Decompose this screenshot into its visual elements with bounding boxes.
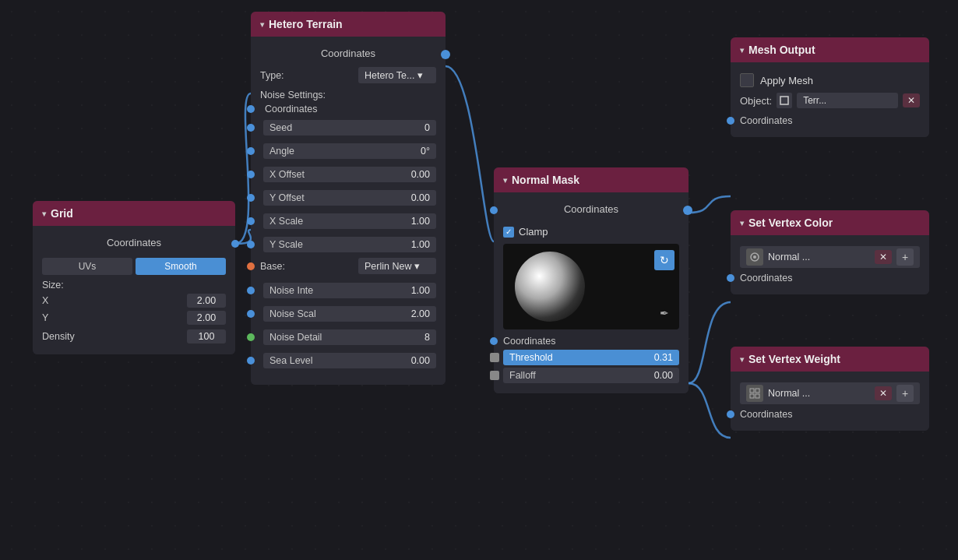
hetero-yoffset-label: Y Offset (269, 192, 305, 203)
hetero-sea-level-row: Sea Level 0.00 (260, 350, 436, 371)
hetero-base-label: Base: (260, 261, 352, 272)
grid-y-row: Y 2.00 (42, 311, 226, 325)
grid-size-label: Size: (42, 280, 226, 291)
set-vertex-color-coords-label: Coordinates (740, 273, 920, 284)
hetero-yscale-label: Y Scale (269, 239, 303, 250)
hetero-seed-label: Seed (269, 122, 292, 133)
clamp-label: Clamp (519, 226, 548, 238)
object-icon (777, 93, 792, 108)
hetero-noise-scal-label: Noise Scal (269, 308, 316, 319)
hetero-xscale-value[interactable]: 1.00 (411, 216, 430, 227)
normal-mask-header: ▾ Normal Mask (494, 167, 689, 192)
mesh-output-title: Mesh Output (748, 44, 815, 56)
apply-mesh-checkbox[interactable] (740, 73, 754, 87)
grid-density-row: Density 100 (42, 329, 226, 343)
normal-mask-clamp-row: ✓ Clamp (503, 226, 679, 238)
hetero-type-value: Hetero Te... (365, 70, 414, 81)
hetero-noise-scal-value[interactable]: 2.00 (411, 308, 430, 319)
hetero-type-row: Type: Hetero Te... ▾ (260, 67, 436, 83)
grid-node: ▾ Grid Coordinates UVs Smooth Size: X 2.… (33, 201, 235, 354)
hetero-seed-value[interactable]: 0 (424, 122, 430, 133)
normal-mask-title: Normal Mask (512, 174, 579, 186)
uvs-button[interactable]: UVs (42, 258, 132, 275)
object-name[interactable]: Terr... (797, 93, 898, 108)
svg-rect-3 (750, 389, 754, 393)
grid-mode-buttons: UVs Smooth (42, 258, 226, 275)
hetero-noise-inte-label: Noise Inte (269, 285, 313, 296)
hetero-yoffset-dot (247, 194, 255, 202)
smooth-button[interactable]: Smooth (136, 258, 226, 275)
grid-y-label: Y (42, 312, 187, 323)
svg-rect-4 (755, 389, 759, 393)
grid-chevron[interactable]: ▾ (42, 210, 46, 218)
vertex-weight-add-button[interactable]: + (896, 385, 914, 402)
clamp-checkbox[interactable]: ✓ (503, 227, 514, 238)
hetero-noise-scal-row: Noise Scal 2.00 (260, 304, 436, 324)
grid-node-header: ▾ Grid (33, 201, 235, 226)
mesh-output-coords-row: Coordinates (740, 115, 920, 126)
mesh-output-chevron[interactable]: ▾ (740, 46, 744, 55)
hetero-type-chevron: ▾ (417, 69, 423, 81)
apply-mesh-label: Apply Mesh (760, 75, 813, 86)
sphere-preview-container: ↻ ✒ (503, 244, 679, 329)
hetero-noise-inte-row: Noise Inte 1.00 (260, 280, 436, 301)
hetero-noise-inte-dot (247, 287, 255, 294)
set-vertex-weight-title: Set Vertex Weight (748, 353, 840, 365)
normal-mask-coords2-label: Coordinates (503, 336, 679, 347)
preview-eyedropper-icon[interactable]: ✒ (654, 303, 674, 323)
threshold-label: Threshold (509, 352, 553, 363)
hetero-coords-header: Coordinates (260, 44, 436, 64)
hetero-noise-detail-label: Noise Detail (269, 332, 322, 343)
hetero-angle-dot (247, 147, 255, 155)
normal-mask-threshold-container: Threshold 0.31 (503, 350, 679, 365)
hetero-xoffset-row: X Offset 0.00 (260, 164, 436, 185)
vertex-color-remove-button[interactable]: ✕ (875, 250, 892, 264)
grid-coords-header: Coordinates (42, 234, 226, 253)
grid-y-value[interactable]: 2.00 (187, 311, 226, 325)
hetero-noise-detail-value[interactable]: 8 (424, 332, 430, 343)
set-vertex-color-header: ▾ Set Vertex Color (731, 210, 929, 235)
hetero-yscale-value[interactable]: 1.00 (411, 239, 430, 250)
hetero-coords-output-dot (441, 50, 450, 59)
hetero-seed-row: Seed 0 (260, 118, 436, 138)
falloff-row[interactable]: Falloff 0.00 (503, 368, 679, 383)
normal-mask-coords-label: Coordinates (564, 203, 618, 215)
set-vertex-color-coords-row: Coordinates (740, 273, 920, 284)
threshold-row[interactable]: Threshold 0.31 (503, 350, 679, 365)
vertex-weight-normal-row: Normal ... ✕ + (740, 382, 920, 404)
vertex-color-normal-label: Normal ... (768, 252, 870, 262)
hetero-xoffset-value[interactable]: 0.00 (411, 169, 430, 180)
hetero-angle-value[interactable]: 0° (421, 146, 430, 157)
mesh-output-node: ▾ Mesh Output Apply Mesh Object: Terr...… (731, 37, 929, 137)
object-remove-button[interactable]: ✕ (903, 93, 920, 107)
grid-x-label: X (42, 295, 187, 306)
hetero-yoffset-row: Y Offset 0.00 (260, 188, 436, 208)
svg-rect-5 (750, 394, 754, 398)
hetero-chevron[interactable]: ▾ (260, 20, 264, 29)
mesh-output-coords-input-dot (727, 117, 734, 125)
hetero-xoffset-dot (247, 171, 255, 178)
vertex-color-add-button[interactable]: + (896, 248, 914, 266)
hetero-node-header: ▾ Hetero Terrain (251, 12, 446, 37)
vertex-weight-normal-icon (746, 385, 763, 402)
grid-density-label: Density (42, 331, 187, 342)
hetero-sea-level-label: Sea Level (269, 355, 313, 366)
normal-mask-coords2-input-dot (490, 337, 498, 345)
hetero-base-dropdown[interactable]: Perlin New ▾ (358, 258, 436, 274)
set-vertex-weight-coords-input-dot (727, 410, 734, 418)
hetero-base-value: Perlin New (365, 261, 411, 272)
preview-cursor-icon[interactable]: ↻ (654, 250, 674, 270)
normal-mask-chevron[interactable]: ▾ (503, 176, 507, 185)
hetero-noise-inte-value[interactable]: 1.00 (411, 285, 430, 296)
hetero-type-dropdown[interactable]: Hetero Te... ▾ (358, 67, 436, 83)
hetero-yscale-dot (247, 241, 255, 248)
set-vertex-weight-node: ▾ Set Vertex Weight Normal ... ✕ + Coord… (731, 347, 929, 431)
hetero-sea-level-value[interactable]: 0.00 (411, 355, 430, 366)
grid-density-value[interactable]: 100 (187, 329, 226, 343)
grid-x-value[interactable]: 2.00 (187, 294, 226, 308)
set-vertex-color-chevron[interactable]: ▾ (740, 219, 744, 227)
set-vertex-weight-chevron[interactable]: ▾ (740, 355, 744, 364)
normal-mask-coords-header: Coordinates (503, 200, 679, 220)
vertex-weight-remove-button[interactable]: ✕ (875, 386, 892, 400)
hetero-yoffset-value[interactable]: 0.00 (411, 192, 430, 203)
